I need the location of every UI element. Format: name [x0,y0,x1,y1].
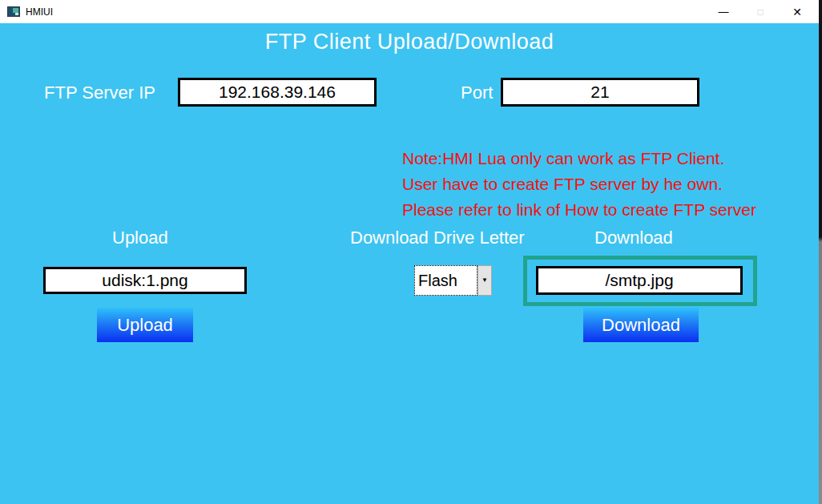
note-line-2: User have to create FTP server by he own… [402,171,756,197]
download-file-input[interactable] [536,266,743,295]
chevron-down-icon: ▼ [482,277,488,284]
drive-letter-value[interactable]: Flash [414,265,477,296]
ftp-client-panel: FTP Client Upload/Download FTP Server IP… [0,23,819,504]
ftp-note: Note:HMI Lua only can work as FTP Client… [402,146,756,223]
ftp-server-ip-label: FTP Server IP [44,83,155,103]
close-icon[interactable]: ✕ [779,0,816,23]
upload-section-label: Upload [112,228,168,248]
ftp-server-ip-input[interactable] [178,78,377,107]
note-line-3: Please refer to link of How to create FT… [402,197,756,223]
download-section-label: Download [594,228,673,248]
app-icon [7,6,20,17]
minimize-icon[interactable]: — [705,0,742,23]
page-title: FTP Client Upload/Download [0,30,819,54]
upload-file-input[interactable] [43,267,247,294]
window-title: HMIUI [26,6,53,18]
download-drive-letter-label: Download Drive Letter [350,228,525,248]
port-label: Port [461,83,493,103]
drive-letter-dropdown-button[interactable]: ▼ [477,265,492,296]
download-button[interactable]: Download [583,308,699,342]
right-edge-strip [819,0,822,504]
window-controls: — □ ✕ [705,0,816,23]
drive-letter-select[interactable]: Flash ▼ [414,265,492,296]
note-line-1: Note:HMI Lua only can work as FTP Client… [402,146,756,171]
maximize-icon: □ [742,0,779,23]
port-input[interactable] [501,78,699,107]
window-titlebar: HMIUI — □ ✕ [0,0,822,23]
upload-button[interactable]: Upload [97,308,193,342]
